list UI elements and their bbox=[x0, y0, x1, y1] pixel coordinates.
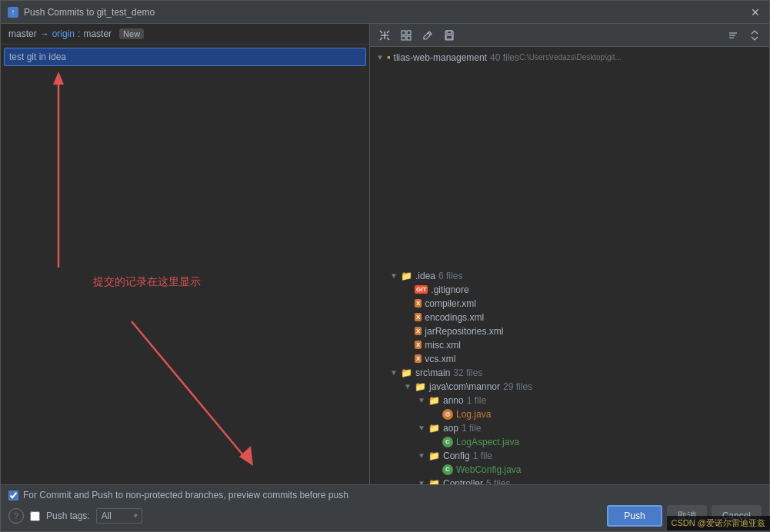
xml-icon: X bbox=[415, 341, 422, 349]
svg-text:↑: ↑ bbox=[12, 8, 15, 16]
folder-icon: 📁 bbox=[428, 423, 440, 434]
preview-checkbox[interactable] bbox=[8, 490, 18, 500]
root-path: C:\Users\redazs\Desktop\git... bbox=[519, 53, 622, 62]
branch-header: master → origin : master New bbox=[1, 24, 369, 45]
folder-name: .idea bbox=[415, 271, 435, 281]
list-item[interactable]: Xvcs.xml bbox=[370, 352, 769, 366]
new-badge: New bbox=[119, 28, 144, 39]
left-panel: master → origin : master New test git in… bbox=[1, 24, 370, 484]
branch-separator: : bbox=[78, 28, 80, 39]
list-item[interactable]: CWebConfig.java bbox=[370, 463, 769, 477]
svg-rect-13 bbox=[446, 35, 452, 39]
folder-name: Config bbox=[443, 451, 470, 461]
item-count: 1 file bbox=[473, 451, 492, 461]
action-row: ? Push tags: All None ▼ Push 取消 Cancel bbox=[8, 505, 762, 527]
right-toolbar bbox=[370, 24, 769, 47]
list-item[interactable]: CLogAspect.java bbox=[370, 435, 769, 449]
help-button[interactable]: ? bbox=[8, 508, 24, 524]
group-button[interactable] bbox=[398, 28, 415, 42]
chevron-icon: ▼ bbox=[418, 396, 425, 404]
spacer bbox=[404, 299, 412, 308]
item-count: 6 files bbox=[438, 271, 462, 281]
list-item[interactable]: ▼📁Config 1 file bbox=[370, 449, 769, 463]
red-down-arrow-icon bbox=[116, 306, 270, 475]
sort-button[interactable] bbox=[725, 28, 742, 42]
list-item[interactable]: ▼📁anno 1 file bbox=[370, 394, 769, 407]
svg-line-10 bbox=[428, 32, 431, 35]
spacer bbox=[432, 410, 439, 418]
folder-icon: 📁 bbox=[401, 271, 412, 281]
watermark: CSDN @爱诺尔雷迪亚兹 bbox=[667, 516, 770, 530]
list-item[interactable]: ▼📁Controller 5 files bbox=[370, 477, 769, 485]
collapse-button[interactable] bbox=[746, 28, 763, 42]
list-item[interactable]: Xcompiler.xml bbox=[370, 297, 769, 311]
toolbar-left bbox=[376, 28, 458, 42]
push-tags-label: Push tags: bbox=[46, 510, 90, 521]
java-orange-icon: @ bbox=[442, 409, 453, 420]
folder-icon: 📁 bbox=[428, 451, 440, 461]
spacer bbox=[404, 285, 412, 294]
spacer bbox=[404, 327, 412, 335]
xml-icon: X bbox=[415, 327, 422, 335]
tags-select[interactable]: All None bbox=[96, 508, 142, 524]
remote-branch: master bbox=[83, 28, 112, 39]
folder-name: src\main bbox=[415, 367, 450, 378]
git-icon: GIT bbox=[415, 285, 428, 294]
list-item[interactable]: @Log.java bbox=[370, 407, 769, 421]
java-c-icon: C bbox=[442, 464, 453, 475]
chevron-down-icon: ▼ bbox=[376, 53, 384, 62]
xml-icon: X bbox=[415, 313, 422, 321]
svg-rect-8 bbox=[402, 36, 405, 40]
close-button[interactable]: ✕ bbox=[748, 5, 763, 20]
chevron-icon: ▼ bbox=[418, 451, 425, 460]
file-name: vcs.xml bbox=[425, 354, 455, 364]
svg-rect-6 bbox=[402, 31, 405, 35]
folder-icon: 📁 bbox=[415, 381, 426, 392]
spacer bbox=[404, 341, 412, 349]
item-count: 1 file bbox=[467, 395, 486, 406]
file-name: WebConfig.java bbox=[456, 464, 522, 475]
svg-rect-9 bbox=[407, 36, 411, 40]
list-item[interactable]: Xencodings.xml bbox=[370, 311, 769, 324]
tags-select-wrapper: All None ▼ bbox=[96, 508, 142, 524]
list-item[interactable]: XjarRepositories.xml bbox=[370, 324, 769, 338]
folder-name: Controller bbox=[443, 478, 483, 485]
save-button-toolbar[interactable] bbox=[441, 28, 458, 42]
list-item[interactable]: ▼📁.idea 6 files bbox=[370, 269, 769, 283]
chevron-icon: ▼ bbox=[390, 368, 398, 377]
right-panel: ▼ ▪ tlias-web-management 40 files C:\Use… bbox=[370, 24, 769, 484]
spacer bbox=[404, 354, 412, 363]
chevron-icon: ▼ bbox=[404, 382, 412, 391]
annotation-area: 提交的记录在这里显示 bbox=[1, 268, 369, 484]
folder-name: java\com\mannor bbox=[429, 381, 500, 392]
remote-name[interactable]: origin bbox=[52, 28, 75, 39]
folder-name: anno bbox=[443, 395, 464, 406]
main-content: master → origin : master New test git in… bbox=[1, 24, 769, 484]
xml-icon: X bbox=[415, 354, 422, 363]
push-tags-checkbox[interactable] bbox=[30, 511, 40, 521]
red-up-arrow-icon bbox=[47, 68, 70, 275]
java-c-icon: C bbox=[442, 437, 453, 447]
file-tree[interactable]: ▼ ▪ tlias-web-management 40 files C:\Use… bbox=[370, 47, 769, 269]
commit-message: test git in idea bbox=[9, 52, 66, 62]
branch-arrow-icon: → bbox=[40, 28, 49, 39]
bottom-bar: For Commit and Push to non-protected bra… bbox=[1, 484, 769, 531]
file-name: LogAspect.java bbox=[456, 437, 519, 447]
title-bar-left: ↑ Push Commits to git_test_demo bbox=[7, 6, 155, 18]
list-item[interactable]: Xmisc.xml bbox=[370, 338, 769, 352]
list-item[interactable]: ▼📁java\com\mannor 29 files bbox=[370, 380, 769, 394]
file-tree-items[interactable]: ▼📁.idea 6 files GIT.gitignore Xcompiler.… bbox=[370, 269, 769, 485]
annotation-text: 提交的记录在这里显示 bbox=[93, 275, 201, 289]
folder-icon: 📁 bbox=[428, 478, 440, 485]
expand-all-button[interactable] bbox=[376, 28, 393, 42]
push-tags-row: ? Push tags: All None ▼ bbox=[8, 508, 142, 524]
title-bar: ↑ Push Commits to git_test_demo ✕ bbox=[1, 1, 769, 24]
edit-button[interactable] bbox=[419, 28, 436, 42]
list-item[interactable]: ▼📁aop 1 file bbox=[370, 421, 769, 435]
list-item[interactable]: ▼📁src\main 32 files bbox=[370, 366, 769, 380]
push-button[interactable]: Push bbox=[607, 505, 662, 527]
list-item[interactable]: GIT.gitignore bbox=[370, 283, 769, 297]
commit-item[interactable]: test git in idea bbox=[4, 48, 366, 66]
file-name: misc.xml bbox=[425, 340, 461, 351]
tree-root[interactable]: ▼ ▪ tlias-web-management 40 files C:\Use… bbox=[370, 50, 769, 65]
